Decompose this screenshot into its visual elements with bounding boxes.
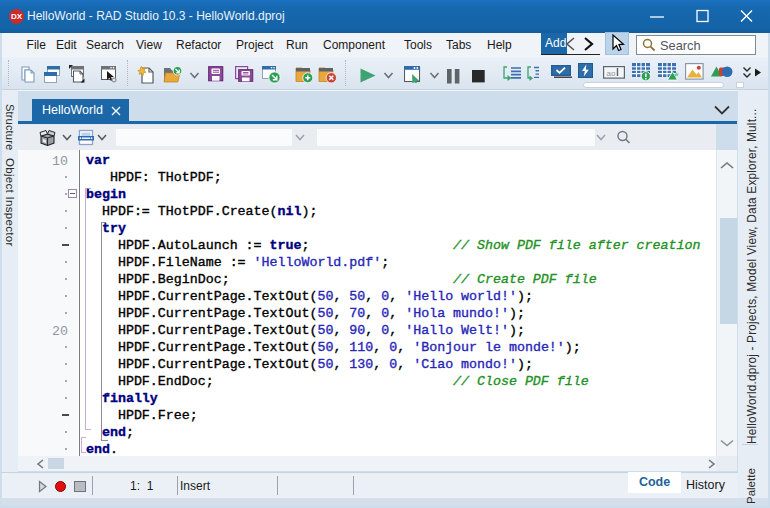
svg-text:I: I: [616, 67, 619, 78]
svg-text:ao: ao: [607, 68, 616, 77]
